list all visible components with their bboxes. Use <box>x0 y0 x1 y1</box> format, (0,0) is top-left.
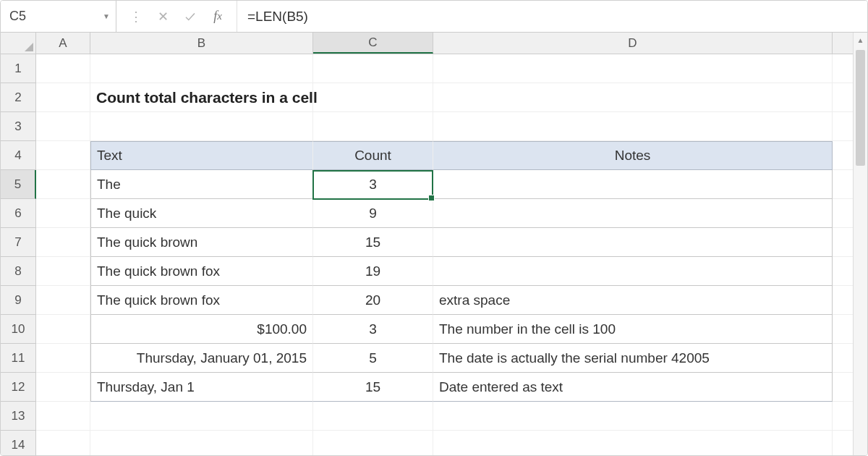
row-header-2[interactable]: 2 <box>1 83 35 112</box>
vertical-scrollbar[interactable]: ▲ <box>853 33 867 455</box>
table-header-text[interactable]: Text <box>90 141 313 170</box>
table-cell-notes[interactable]: The date is actually the serial number 4… <box>433 344 833 373</box>
row-header-14[interactable]: 14 <box>1 431 35 456</box>
cell[interactable] <box>313 83 433 112</box>
cell[interactable] <box>36 431 90 456</box>
col-header-C[interactable]: C <box>313 33 433 54</box>
table-cell-notes[interactable] <box>433 199 833 228</box>
table-cell-count[interactable]: 9 <box>313 199 433 228</box>
col-header-A[interactable]: A <box>36 33 90 54</box>
cell[interactable] <box>433 402 833 431</box>
row-header-5[interactable]: 5 <box>1 170 36 199</box>
table-cell-text[interactable]: The <box>90 170 313 199</box>
cell[interactable] <box>36 83 90 112</box>
cell[interactable] <box>90 431 313 456</box>
cell[interactable] <box>313 402 433 431</box>
cell[interactable] <box>313 431 433 456</box>
cancel-icon[interactable]: ✕ <box>156 9 170 24</box>
scroll-thumb[interactable] <box>856 50 865 166</box>
cell[interactable] <box>36 199 90 228</box>
row-header-4[interactable]: 4 <box>1 141 35 170</box>
cell[interactable] <box>90 402 313 431</box>
col-header-B[interactable]: B <box>90 33 313 54</box>
cells-area[interactable]: Count total characters in a cell Text Co… <box>36 54 867 456</box>
cell[interactable] <box>90 112 313 141</box>
row-header-7[interactable]: 7 <box>1 228 35 257</box>
cell[interactable] <box>433 54 833 83</box>
cell[interactable] <box>36 402 90 431</box>
table-cell-notes[interactable] <box>433 257 833 286</box>
cell[interactable] <box>433 431 833 456</box>
cell[interactable] <box>36 344 90 373</box>
title-cell[interactable]: Count total characters in a cell <box>90 83 313 112</box>
cell[interactable] <box>90 54 313 83</box>
formula-bar: C5 ▼ ⋮ ✕ fx =LEN(B5) <box>1 1 867 33</box>
worksheet-grid: 1 2 3 4 5 6 7 8 9 10 11 12 13 14 Count t… <box>1 54 867 456</box>
cell[interactable] <box>36 286 90 315</box>
cell[interactable] <box>433 83 833 112</box>
table-cell-text[interactable]: Thursday, Jan 1 <box>90 373 313 402</box>
cell[interactable] <box>433 112 833 141</box>
table-cell-text[interactable]: Thursday, January 01, 2015 <box>90 344 313 373</box>
row-header-8[interactable]: 8 <box>1 257 35 286</box>
cell[interactable] <box>36 373 90 402</box>
dropdown-arrow-icon[interactable]: ▼ <box>103 12 110 20</box>
table-cell-count[interactable]: 3 <box>313 315 433 344</box>
table-cell-count[interactable]: 3 <box>313 170 433 199</box>
table-cell-notes[interactable] <box>433 228 833 257</box>
fx-icon[interactable]: fx <box>210 9 225 24</box>
cell[interactable] <box>36 54 90 83</box>
col-header-D[interactable]: D <box>433 33 833 54</box>
row-header-6[interactable]: 6 <box>1 199 35 228</box>
row-header-9[interactable]: 9 <box>1 286 35 315</box>
table-header-notes[interactable]: Notes <box>433 141 833 170</box>
cell[interactable] <box>36 170 90 199</box>
table-cell-notes[interactable]: The number in the cell is 100 <box>433 315 833 344</box>
row-header-13[interactable]: 13 <box>1 402 35 431</box>
row-header-10[interactable]: 10 <box>1 315 35 344</box>
cell[interactable] <box>36 141 90 170</box>
table-cell-count[interactable]: 15 <box>313 373 433 402</box>
name-box-value: C5 <box>9 9 100 24</box>
scroll-up-icon[interactable]: ▲ <box>854 33 867 47</box>
formula-text: =LEN(B5) <box>247 9 308 25</box>
table-cell-text[interactable]: $100.00 <box>90 315 313 344</box>
cell[interactable] <box>36 257 90 286</box>
cell[interactable] <box>313 54 433 83</box>
cell[interactable] <box>36 315 90 344</box>
row-header-1[interactable]: 1 <box>1 54 35 83</box>
table-cell-text[interactable]: The quick brown fox <box>90 286 313 315</box>
select-all-cell[interactable] <box>1 33 36 54</box>
cell[interactable] <box>36 228 90 257</box>
table-cell-text[interactable]: The quick brown <box>90 228 313 257</box>
more-icon[interactable]: ⋮ <box>128 9 142 24</box>
table-cell-text[interactable]: The quick brown fox <box>90 257 313 286</box>
row-headers: 1 2 3 4 5 6 7 8 9 10 11 12 13 14 <box>1 54 36 456</box>
table-cell-notes[interactable]: extra space <box>433 286 833 315</box>
enter-icon[interactable] <box>183 9 197 24</box>
table-cell-count[interactable]: 19 <box>313 257 433 286</box>
table-cell-count[interactable]: 15 <box>313 228 433 257</box>
formula-bar-buttons: ⋮ ✕ fx <box>116 1 237 32</box>
column-headers: A B C D <box>1 33 867 54</box>
table-cell-notes[interactable] <box>433 170 833 199</box>
row-header-3[interactable]: 3 <box>1 112 35 141</box>
formula-input[interactable]: =LEN(B5) <box>237 1 867 32</box>
table-cell-count[interactable]: 5 <box>313 344 433 373</box>
name-box[interactable]: C5 ▼ <box>1 1 116 32</box>
row-header-11[interactable]: 11 <box>1 344 35 373</box>
table-cell-text[interactable]: The quick <box>90 199 313 228</box>
table-cell-count[interactable]: 20 <box>313 286 433 315</box>
cell[interactable] <box>313 112 433 141</box>
table-header-count[interactable]: Count <box>313 141 433 170</box>
cell[interactable] <box>36 112 90 141</box>
row-header-12[interactable]: 12 <box>1 373 35 402</box>
table-cell-notes[interactable]: Date entered as text <box>433 373 833 402</box>
